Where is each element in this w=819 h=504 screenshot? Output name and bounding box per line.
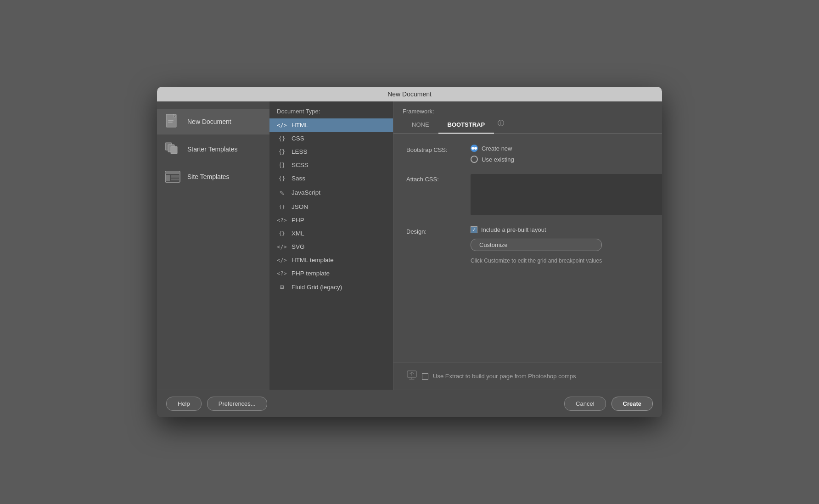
sidebar-label-new-document: New Document xyxy=(187,118,231,125)
attach-css-label: Attach CSS: xyxy=(406,174,461,183)
doc-type-item-html[interactable]: </> HTML xyxy=(269,118,393,132)
sidebar-label-starter-templates: Starter Templates xyxy=(187,146,237,153)
use-existing-label: Use existing xyxy=(482,156,514,163)
doc-type-label-svg: SVG xyxy=(292,243,305,250)
title-bar: New Document xyxy=(157,87,662,101)
preferences-button[interactable]: Preferences... xyxy=(207,397,267,411)
doc-type-label-html: HTML xyxy=(292,122,309,129)
css-icon: {} xyxy=(277,135,287,142)
create-new-label: Create new xyxy=(482,145,512,152)
sass-icon: {} xyxy=(277,175,287,182)
bottom-left-buttons: Help Preferences... xyxy=(166,397,267,411)
include-layout-label: Include a pre-built layout xyxy=(481,226,546,233)
use-existing-radio[interactable] xyxy=(471,156,478,163)
xml-icon: {} xyxy=(277,230,287,236)
doc-type-panel: Document Type: </> HTML {} CSS {} LESS {… xyxy=(269,101,393,390)
customize-hint: Click Customize to edit the grid and bre… xyxy=(471,258,602,264)
sidebar-label-site-templates: Site Templates xyxy=(187,173,230,180)
extract-icon xyxy=(406,370,417,382)
bootstrap-css-row: Bootstrap CSS: Create new Use existing xyxy=(406,145,662,163)
extract-row: Use Extract to build your page from Phot… xyxy=(393,362,662,390)
doc-type-item-svg[interactable]: </> SVG xyxy=(269,240,393,253)
doc-type-item-php[interactable]: <?> PHP xyxy=(269,213,393,227)
json-icon: {} xyxy=(277,204,287,210)
svg-rect-6 xyxy=(171,146,177,154)
doc-type-item-xml[interactable]: {} XML xyxy=(269,227,393,240)
doc-type-label-fluid-grid: Fluid Grid (legacy) xyxy=(292,284,342,291)
less-icon: {} xyxy=(277,149,287,155)
attach-css-textarea[interactable] xyxy=(471,174,662,215)
site-templates-icon xyxy=(164,168,181,185)
doc-type-item-php-template[interactable]: <?> PHP template xyxy=(269,267,393,280)
new-document-dialog: New Document New Document xyxy=(157,87,662,417)
bootstrap-css-label: Bootstrap CSS: xyxy=(406,145,461,153)
doc-type-item-json[interactable]: {} JSON xyxy=(269,200,393,213)
cancel-button[interactable]: Cancel xyxy=(564,397,606,411)
bootstrap-css-controls: Create new Use existing xyxy=(471,145,514,163)
extract-checkbox[interactable] xyxy=(422,373,428,380)
new-document-icon xyxy=(164,113,181,130)
doc-type-label-scss: SCSS xyxy=(292,162,309,168)
svg-rect-9 xyxy=(166,175,170,181)
svg-rect-11 xyxy=(171,179,179,180)
framework-tabs: NONE BOOTSTRAP ⓘ xyxy=(393,115,662,134)
doc-type-label-css: CSS xyxy=(292,135,304,142)
svg-rect-2 xyxy=(168,120,174,121)
help-button[interactable]: Help xyxy=(166,397,202,411)
doc-type-label-sass: Sass xyxy=(292,175,305,182)
use-existing-row: Use existing xyxy=(471,156,514,163)
customize-button[interactable]: Customize xyxy=(471,239,602,251)
html-template-icon: </> xyxy=(277,257,287,263)
doc-type-item-sass[interactable]: {} Sass xyxy=(269,172,393,185)
svg-rect-3 xyxy=(168,122,173,123)
include-layout-checkbox[interactable]: ✓ xyxy=(471,226,477,233)
tab-bootstrap[interactable]: BOOTSTRAP xyxy=(438,118,494,134)
sidebar-item-new-document[interactable]: New Document xyxy=(157,109,269,134)
svg-icon: </> xyxy=(277,244,287,250)
attach-css-row: Attach CSS: xyxy=(406,174,662,215)
attach-css-wrapper xyxy=(471,174,662,215)
right-panel: Framework: NONE BOOTSTRAP ⓘ Bootstrap CS… xyxy=(393,101,662,390)
doc-type-header: Document Type: xyxy=(269,101,393,118)
doc-type-label-xml: XML xyxy=(292,230,304,237)
doc-type-label-html-template: HTML template xyxy=(292,257,334,263)
html-icon: </> xyxy=(277,122,287,129)
sidebar-item-starter-templates[interactable]: Starter Templates xyxy=(157,136,269,162)
doc-type-item-fluid-grid[interactable]: ⊞ Fluid Grid (legacy) xyxy=(269,280,393,294)
dialog-title: New Document xyxy=(387,90,432,98)
tab-none[interactable]: NONE xyxy=(403,118,438,134)
create-button[interactable]: Create xyxy=(611,397,653,411)
svg-rect-8 xyxy=(165,171,180,174)
doc-type-label-php-template: PHP template xyxy=(292,270,330,277)
scss-icon: {} xyxy=(277,162,287,168)
help-circle-icon[interactable]: ⓘ xyxy=(498,119,504,128)
design-controls: ✓ Include a pre-built layout Customize C… xyxy=(471,226,602,264)
doc-type-item-html-template[interactable]: </> HTML template xyxy=(269,253,393,267)
doc-type-item-scss[interactable]: {} SCSS xyxy=(269,158,393,172)
sidebar: New Document Starter Templates xyxy=(157,101,269,390)
bottom-bar: Help Preferences... Cancel Create xyxy=(157,390,662,417)
doc-type-item-css[interactable]: {} CSS xyxy=(269,132,393,145)
doc-type-label-javascript: JavaScript xyxy=(292,189,320,196)
starter-templates-icon xyxy=(164,141,181,157)
include-layout-row: ✓ Include a pre-built layout xyxy=(471,226,602,233)
create-new-row: Create new xyxy=(471,145,514,152)
php-icon: <?> xyxy=(277,217,287,224)
doc-type-label-json: JSON xyxy=(292,203,308,210)
doc-type-label-less: LESS xyxy=(292,148,308,155)
dialog-body: New Document Starter Templates xyxy=(157,101,662,390)
sidebar-item-site-templates[interactable]: Site Templates xyxy=(157,164,269,190)
content-area: Bootstrap CSS: Create new Use existing xyxy=(393,134,662,362)
doc-type-item-javascript[interactable]: ✎ JavaScript xyxy=(269,185,393,200)
bottom-right-buttons: Cancel Create xyxy=(564,397,653,411)
framework-label: Framework: xyxy=(393,101,662,115)
doc-type-item-less[interactable]: {} LESS xyxy=(269,145,393,158)
doc-type-label-php: PHP xyxy=(292,217,304,224)
fluid-grid-icon: ⊞ xyxy=(277,283,287,291)
checkmark-icon: ✓ xyxy=(472,227,476,233)
create-new-radio[interactable] xyxy=(471,145,478,152)
design-row: Design: ✓ Include a pre-built layout Cus… xyxy=(406,226,662,264)
svg-rect-10 xyxy=(171,175,179,178)
doc-type-list: </> HTML {} CSS {} LESS {} SCSS {} Sas xyxy=(269,118,393,294)
javascript-icon: ✎ xyxy=(277,188,287,197)
